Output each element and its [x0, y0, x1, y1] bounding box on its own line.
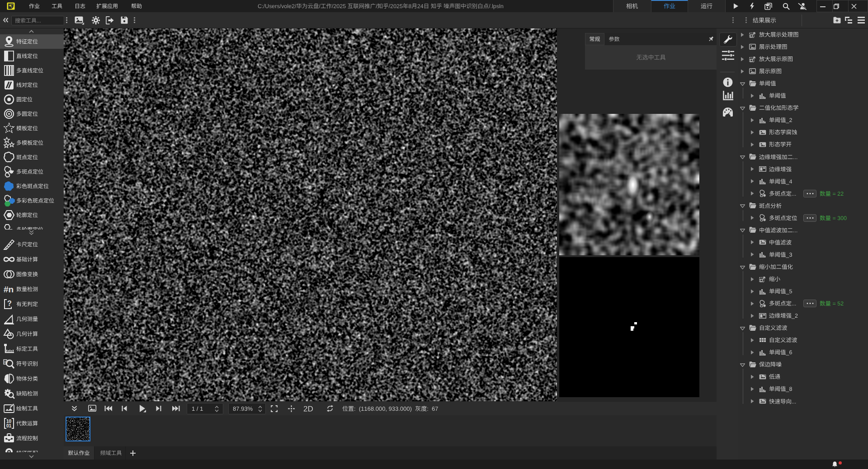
svg-text:01: 01 [6, 423, 12, 428]
svg-text:?: ? [7, 300, 12, 307]
svg-text:#n: #n [4, 285, 14, 294]
